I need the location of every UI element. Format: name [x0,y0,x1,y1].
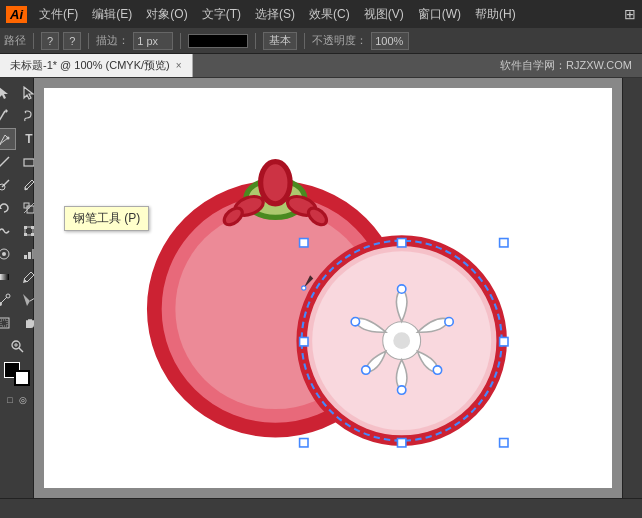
menu-window[interactable]: 窗口(W) [412,4,467,25]
svg-rect-15 [24,226,27,229]
pen-tool[interactable] [0,128,16,150]
svg-line-2 [0,111,5,121]
svg-line-27 [1,297,7,303]
svg-marker-3 [5,109,8,113]
svg-line-6 [0,157,9,167]
menu-bar[interactable]: 文件(F) 编辑(E) 对象(O) 文字(T) 选择(S) 效果(C) 视图(V… [33,4,522,25]
menu-edit[interactable]: 编辑(E) [86,4,138,25]
svg-point-20 [2,252,6,256]
right-panel [622,78,642,498]
select-tool[interactable] [0,82,16,104]
gradient-tool[interactable] [0,266,16,288]
svg-point-4 [7,137,10,140]
svg-point-58 [433,366,441,374]
status-bar [0,498,642,518]
canvas-area[interactable]: 钢笔工具 (P) [34,78,622,498]
stroke-preview [188,34,248,48]
svg-rect-52 [397,239,405,247]
menu-help[interactable]: 帮助(H) [469,4,522,25]
svg-point-61 [351,317,359,325]
svg-line-9 [2,180,9,187]
svg-point-47 [393,332,410,349]
rotate-tool[interactable] [0,197,16,219]
main-content: T [0,78,642,498]
document-tab[interactable]: 未标题-1* @ 100% (CMYK/预览) × [0,54,193,77]
tab-title: 未标题-1* @ 100% (CMYK/预览) [10,58,170,73]
svg-point-59 [397,386,405,394]
zoom-tool[interactable] [5,335,29,357]
svg-rect-54 [397,439,405,447]
symbol-tool[interactable] [0,243,16,265]
q-button-2[interactable]: ? [63,32,81,50]
paintbrush-tool[interactable] [0,174,16,196]
left-toolbar: T [0,78,34,498]
svg-rect-50 [300,439,308,447]
stroke-label: 描边： [96,33,129,48]
warp-tool[interactable] [0,220,16,242]
svg-point-56 [397,285,405,293]
stroke-color[interactable] [14,370,30,386]
basic-button[interactable]: 基本 [263,32,297,50]
artboard-tool[interactable] [0,312,16,334]
svg-rect-55 [300,337,308,345]
tab-bar: 未标题-1* @ 100% (CMYK/预览) × 软件自学网：RJZXW.CO… [0,54,642,78]
svg-rect-17 [24,233,27,236]
toolbar-row: 路径 ? ? 描边： 基本 不透明度： [0,28,642,54]
opacity-input[interactable] [371,32,409,50]
opacity-label: 不透明度： [312,33,367,48]
pen-tool-tooltip: 钢笔工具 (P) [64,206,149,231]
tab-close-button[interactable]: × [176,60,182,71]
svg-rect-22 [28,252,31,259]
svg-rect-48 [300,239,308,247]
svg-line-32 [19,348,23,352]
separator-2 [88,33,89,49]
grid-button[interactable]: ⊞ [624,6,636,22]
svg-point-62 [302,286,306,290]
watermark-text: 软件自学网：RJZXW.COM [500,54,642,77]
menu-object[interactable]: 对象(O) [140,4,193,25]
q-button-1[interactable]: ? [41,32,59,50]
screen-mode-tool[interactable]: □ [4,389,16,411]
extra-tools: □ ◎ [4,389,29,411]
menu-effect[interactable]: 效果(C) [303,4,356,25]
svg-rect-21 [24,255,27,259]
zoom-tools [5,335,29,357]
separator-4 [255,33,256,49]
canvas-document [44,88,612,488]
svg-marker-0 [0,87,8,99]
svg-rect-7 [24,159,34,166]
app-logo: Ai [6,6,27,23]
svg-rect-53 [500,337,508,345]
svg-rect-30 [1,320,7,326]
separator-3 [180,33,181,49]
svg-marker-1 [24,87,33,99]
svg-point-38 [261,162,290,204]
menu-type[interactable]: 文字(T) [196,4,247,25]
stroke-input[interactable] [133,32,173,50]
title-bar: Ai 文件(F) 编辑(E) 对象(O) 文字(T) 选择(S) 效果(C) 视… [0,0,642,28]
svg-rect-51 [500,439,508,447]
svg-point-57 [445,317,453,325]
separator-1 [33,33,34,49]
line-tool[interactable] [0,151,16,173]
magic-wand-tool[interactable] [0,105,16,127]
svg-rect-24 [0,274,9,280]
menu-file[interactable]: 文件(F) [33,4,84,25]
path-label: 路径 [4,33,26,48]
svg-point-60 [362,366,370,374]
menu-select[interactable]: 选择(S) [249,4,301,25]
draw-mode-tool[interactable]: ◎ [17,389,29,411]
svg-rect-49 [500,239,508,247]
separator-5 [304,33,305,49]
menu-view[interactable]: 视图(V) [358,4,410,25]
blend-tool[interactable] [0,289,16,311]
color-boxes [4,362,30,386]
illustration-svg [44,88,612,488]
